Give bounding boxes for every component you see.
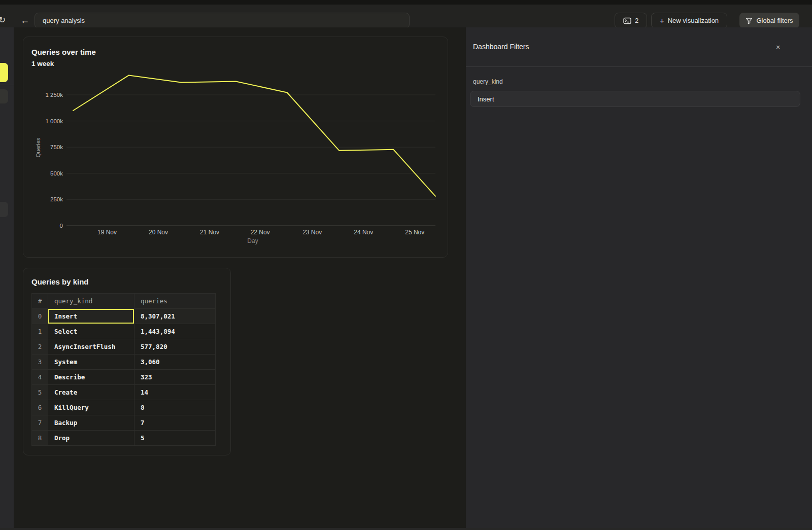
table-cell-queries[interactable]: 1,443,894 [134, 324, 216, 339]
table-cell-queries[interactable]: 7 [134, 415, 216, 431]
table-cell-query_kind[interactable]: System [48, 355, 134, 370]
query-tabs-count: 2 [635, 17, 638, 24]
x-axis-tick-label: 21 Nov [200, 229, 219, 236]
queries-over-time-line-chart: 0250k500k750k1 000k1 250k19 Nov20 Nov21 … [23, 37, 449, 258]
row-index-cell: 2 [32, 339, 48, 355]
table-row: 5Create14 [32, 385, 216, 400]
queries-by-kind-card: Queries by kind #query_kindqueries0Inser… [23, 268, 231, 455]
table-row: 3System3,060 [32, 355, 216, 370]
table-cell-queries[interactable]: 14 [134, 385, 216, 400]
y-axis-title: Queries [35, 137, 41, 157]
table-cell-queries[interactable]: 5 [134, 431, 216, 446]
x-axis-tick-label: 19 Nov [97, 229, 117, 236]
table-cell-query_kind[interactable]: KillQuery [48, 400, 134, 415]
sidebar-item-secondary[interactable] [0, 89, 8, 103]
x-axis-tick-label: 22 Nov [251, 229, 270, 236]
dashboard-canvas: Queries over time 1 week 0250k500k750k1 … [14, 27, 466, 530]
new-visualization-button[interactable]: + New visualization [651, 13, 727, 28]
table-row: 8Drop5 [32, 431, 216, 446]
x-axis-title: Day [247, 237, 258, 244]
query-tabs-button[interactable]: 2 [615, 13, 647, 28]
funnel-icon [746, 17, 753, 24]
row-index-cell: 6 [32, 400, 48, 415]
table-row: 1Select1,443,894 [32, 324, 216, 339]
history-icon[interactable]: ↻ [0, 15, 8, 26]
row-index-cell: 0 [32, 309, 48, 324]
series-line-queries [73, 75, 435, 196]
row-index-cell: 3 [32, 355, 48, 370]
table-cell-queries[interactable]: 8 [134, 400, 216, 415]
global-filters-button[interactable]: Global filters [739, 13, 799, 28]
y-axis-tick-label: 1 250k [45, 92, 63, 98]
table-cell-query_kind[interactable]: Insert [48, 309, 134, 324]
x-axis-tick-label: 25 Nov [405, 229, 424, 236]
x-axis-tick-label: 20 Nov [149, 229, 168, 236]
filter-field-label: query_kind [473, 78, 503, 85]
query-kind-filter-select[interactable]: Insert [470, 91, 800, 107]
row-index-cell: 1 [32, 324, 48, 339]
table-header-row: #query_kindqueries [32, 294, 216, 309]
y-axis-tick-label: 1 000k [45, 118, 63, 124]
table-cell-query_kind[interactable]: Select [48, 324, 134, 339]
row-index-cell: 5 [32, 385, 48, 400]
global-filters-label: Global filters [756, 17, 793, 24]
table-cell-queries[interactable]: 577,820 [134, 339, 216, 355]
table-cell-query_kind[interactable]: Drop [48, 431, 134, 446]
top-bar: ↻ ← 2 + New visualization Global filters [0, 5, 812, 27]
y-axis-tick-label: 500k [50, 170, 63, 176]
column-header-query_kind[interactable]: query_kind [48, 294, 134, 309]
dashboard-filters-panel: Dashboard Filters ✕ query_kind Insert [466, 27, 812, 530]
table-cell-query_kind[interactable]: Describe [48, 370, 134, 385]
filters-panel-divider [466, 66, 812, 67]
row-index-cell: 4 [32, 370, 48, 385]
window-bottom-edge [0, 528, 812, 530]
y-axis-tick-label: 0 [60, 223, 63, 229]
queries-by-kind-table: #query_kindqueries0Insert8,307,0211Selec… [31, 293, 216, 446]
table-row: 2AsyncInsertFlush577,820 [32, 339, 216, 355]
table-cell-query_kind[interactable]: Create [48, 385, 134, 400]
table-title: Queries by kind [31, 277, 89, 286]
table-cell-queries[interactable]: 3,060 [134, 355, 216, 370]
table-cell-queries[interactable]: 323 [134, 370, 216, 385]
table-cell-query_kind[interactable]: AsyncInsertFlush [48, 339, 134, 355]
close-icon[interactable]: ✕ [773, 43, 783, 52]
y-axis-tick-label: 250k [50, 196, 63, 202]
sidebar-divider [0, 85, 14, 85]
back-arrow-icon[interactable]: ← [19, 14, 30, 26]
terminal-icon [623, 17, 631, 24]
column-header-queries[interactable]: queries [134, 294, 216, 309]
dashboard-title-input[interactable] [35, 13, 410, 28]
table-row: 6KillQuery8 [32, 400, 216, 415]
query-kind-filter-value: Insert [478, 95, 494, 103]
table-row: 4Describe323 [32, 370, 216, 385]
plus-icon: + [660, 16, 664, 25]
table-cell-queries[interactable]: 8,307,021 [134, 309, 216, 324]
filters-panel-title: Dashboard Filters [473, 43, 529, 51]
x-axis-tick-label: 23 Nov [302, 229, 322, 236]
new-visualization-label: New visualization [668, 17, 719, 24]
sidebar-item-active-dashboard[interactable] [0, 63, 8, 82]
row-index-cell: 8 [32, 431, 48, 446]
table-cell-query_kind[interactable]: Backup [48, 415, 134, 431]
left-sidebar [0, 27, 14, 530]
table-row: 0Insert8,307,021 [32, 309, 216, 324]
sidebar-item-tertiary[interactable] [0, 202, 8, 217]
queries-over-time-card: Queries over time 1 week 0250k500k750k1 … [23, 37, 448, 258]
x-axis-tick-label: 24 Nov [354, 229, 373, 236]
column-header-index[interactable]: # [32, 294, 48, 309]
table-row: 7Backup7 [32, 415, 216, 431]
row-index-cell: 7 [32, 415, 48, 431]
window-title-strip [0, 0, 812, 5]
y-axis-tick-label: 750k [50, 144, 63, 150]
